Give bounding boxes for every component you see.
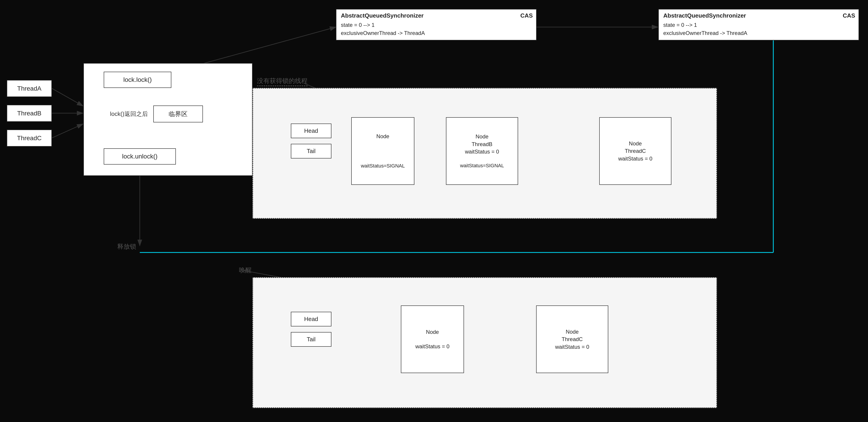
q2-node1-content: Node waitStatus = 0: [415, 328, 449, 350]
lock-lock-label: lock.lock(): [123, 76, 152, 84]
q2-tail-box: Tail: [291, 332, 332, 347]
q2-node2-content: Node ThreadC waitStatus = 0: [555, 328, 589, 351]
wakeup-label: 唤醒: [239, 266, 252, 274]
no-lock-label: 没有获得锁的线程: [257, 77, 308, 86]
thread-c-label: ThreadC: [17, 135, 42, 142]
aqs2-title: AbstractQueuedSynchronizer: [663, 12, 746, 19]
q1-tail-label: Tail: [307, 148, 315, 155]
aqs2-content: state = 0 --> 1exclusiveOwnerThread -> T…: [663, 21, 854, 37]
thread-a-label: ThreadA: [17, 85, 41, 92]
thread-a-box: ThreadA: [7, 80, 52, 97]
q1-node1-content: Node waitStatus=SIGNAL: [361, 133, 405, 169]
aqs-box-2: AbstractQueuedSynchronizer CAS state = 0…: [658, 9, 859, 40]
lock-unlock-box: lock.unlock(): [104, 148, 176, 165]
aqs1-title: AbstractQueuedSynchronizer: [341, 12, 424, 19]
q2-head-box: Head: [291, 312, 332, 326]
q1-tail-box: Tail: [291, 144, 332, 159]
diagram-container: prev next prev next prev next ThreadA Th…: [0, 0, 868, 422]
q2-head-label: Head: [304, 316, 318, 323]
q1-head-label: Head: [304, 127, 318, 134]
release-lock-label: 释放锁: [117, 242, 136, 251]
q1-node1: Node waitStatus=SIGNAL: [351, 117, 414, 185]
q2-node1: Node waitStatus = 0: [401, 305, 464, 373]
q1-node2: Node ThreadB waitStatus = 0 waitStatus=S…: [446, 117, 518, 185]
q1-node3: Node ThreadC waitStatus = 0: [599, 117, 672, 185]
aqs1-cas: CAS: [520, 12, 533, 19]
svg-line-4: [52, 88, 83, 106]
thread-c-box: ThreadC: [7, 130, 52, 147]
thread-b-label: ThreadB: [17, 110, 41, 117]
aqs-box-1: AbstractQueuedSynchronizer CAS state = 0…: [336, 9, 536, 40]
aqs2-cas: CAS: [843, 12, 855, 19]
q1-node3-content: Node ThreadC waitStatus = 0: [618, 140, 652, 163]
lock-lock-box: lock.lock(): [104, 72, 172, 88]
q2-tail-label: Tail: [307, 336, 315, 343]
svg-line-6: [52, 124, 83, 138]
thread-b-box: ThreadB: [7, 105, 52, 122]
critical-section-label: 临界区: [168, 110, 188, 118]
q1-head-box: Head: [291, 124, 332, 138]
lock-return-label: lock()返回之后: [110, 110, 148, 118]
lock-unlock-label: lock.unlock(): [122, 153, 157, 160]
q1-node2-content: Node ThreadB waitStatus = 0 waitStatus=S…: [460, 133, 504, 169]
q2-node2: Node ThreadC waitStatus = 0: [536, 305, 608, 373]
critical-section-box: 临界区: [153, 105, 203, 122]
aqs1-content: state = 0 --> 1exclusiveOwnerThread -> T…: [341, 21, 532, 37]
